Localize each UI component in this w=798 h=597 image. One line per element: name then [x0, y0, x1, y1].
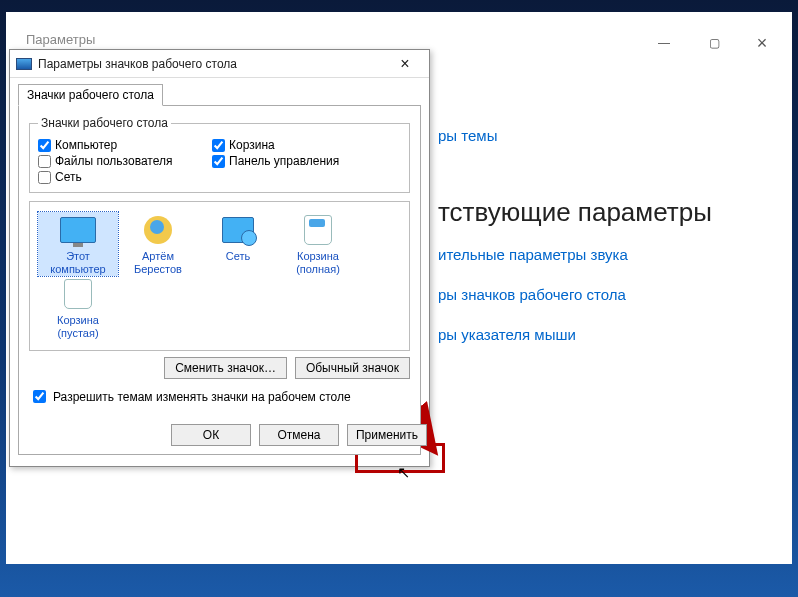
monitor-icon: [60, 217, 96, 243]
tab-panel: Значки рабочего стола Компьютер Корзина …: [18, 105, 421, 455]
change-icon-button[interactable]: Сменить значок…: [164, 357, 287, 379]
checkbox-recycle-input[interactable]: [212, 139, 225, 152]
bin-full-icon: [304, 215, 332, 245]
desktop-icon-settings-dialog: Параметры значков рабочего стола × Значк…: [9, 49, 430, 467]
dialog-close-button[interactable]: ×: [387, 53, 423, 75]
dialog-footer: ОК Отмена Применить: [171, 424, 427, 446]
icon-preview-frame[interactable]: Этот компьютер Артём Берестов Сеть Корзи…: [29, 201, 410, 351]
icon-bin-empty[interactable]: Корзина (пустая): [38, 276, 118, 340]
related-settings-heading: тствующие параметры: [438, 197, 712, 228]
checkbox-network[interactable]: Сеть: [38, 170, 188, 184]
default-icon-button[interactable]: Обычный значок: [295, 357, 410, 379]
user-icon: [144, 216, 172, 244]
checkbox-allow-themes-input[interactable]: [33, 390, 46, 403]
checkbox-allow-themes[interactable]: Разрешить темам изменять значки на рабоч…: [29, 387, 410, 406]
checkbox-userfiles[interactable]: Файлы пользователя: [38, 154, 188, 168]
checkbox-cpanel-input[interactable]: [212, 155, 225, 168]
checkbox-computer-input[interactable]: [38, 139, 51, 152]
checkbox-cpanel[interactable]: Панель управления: [212, 154, 362, 168]
settings-title: Параметры: [26, 32, 95, 47]
checkbox-network-input[interactable]: [38, 171, 51, 184]
icon-bin-full[interactable]: Корзина (полная): [278, 212, 358, 276]
icons-group: Значки рабочего стола Компьютер Корзина …: [29, 116, 410, 193]
dialog-titlebar[interactable]: Параметры значков рабочего стола ×: [10, 50, 429, 78]
network-icon: [222, 217, 254, 243]
checkbox-computer[interactable]: Компьютер: [38, 138, 188, 152]
tab-desktop-icons[interactable]: Значки рабочего стола: [18, 84, 163, 106]
group-legend: Значки рабочего стола: [38, 116, 171, 130]
checkbox-userfiles-input[interactable]: [38, 155, 51, 168]
icon-network[interactable]: Сеть: [198, 212, 278, 276]
ok-button[interactable]: ОК: [171, 424, 251, 446]
icon-user[interactable]: Артём Берестов: [118, 212, 198, 276]
apply-button[interactable]: Применить: [347, 424, 427, 446]
link-mouse-pointer[interactable]: ры указателя мыши: [438, 327, 576, 342]
minimize-button[interactable]: —: [642, 30, 686, 56]
cancel-button[interactable]: Отмена: [259, 424, 339, 446]
link-sound[interactable]: ительные параметры звука: [438, 247, 628, 262]
icon-this-pc[interactable]: Этот компьютер: [38, 212, 118, 276]
link-theme[interactable]: ры темы: [438, 128, 497, 143]
dialog-body: Значки рабочего стола Значки рабочего ст…: [10, 78, 429, 463]
link-desktop-icons[interactable]: ры значков рабочего стола: [438, 287, 626, 302]
checkbox-recycle[interactable]: Корзина: [212, 138, 362, 152]
dialog-icon: [16, 58, 32, 70]
bin-empty-icon: [64, 279, 92, 309]
dialog-title: Параметры значков рабочего стола: [38, 57, 387, 71]
close-button[interactable]: ×: [740, 30, 784, 56]
maximize-button[interactable]: ▢: [692, 30, 736, 56]
